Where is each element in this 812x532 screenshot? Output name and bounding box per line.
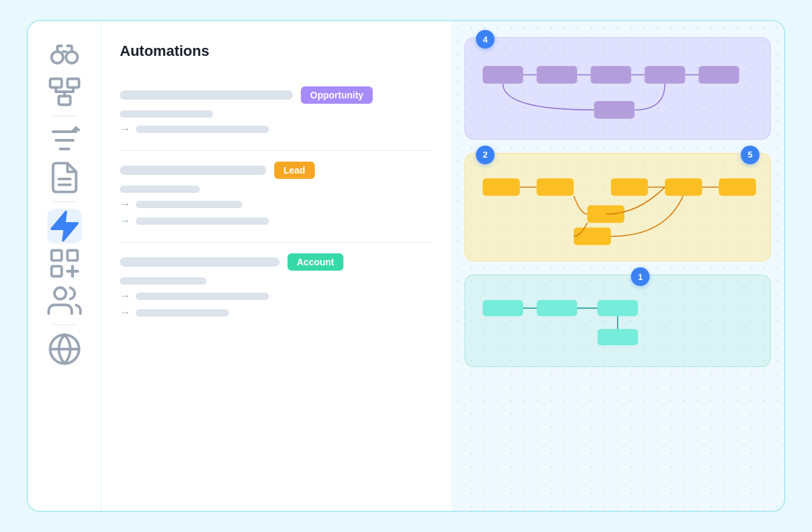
automation-title-bar: [120, 166, 266, 175]
sidebar: [28, 21, 101, 511]
right-panel: 4 2 5: [451, 21, 784, 511]
tag-account[interactable]: Account: [288, 253, 343, 271]
svg-rect-12: [67, 251, 77, 261]
document-icon: [47, 160, 82, 195]
svg-rect-19: [590, 66, 631, 83]
automations-list: Opportunity → Lead →: [120, 76, 433, 495]
flow-card-purple: 4: [465, 37, 771, 140]
svg-rect-33: [574, 227, 611, 245]
svg-point-1: [66, 52, 77, 63]
svg-rect-21: [699, 66, 739, 83]
badge-2: 2: [476, 146, 495, 164]
svg-rect-39: [598, 300, 638, 316]
sidebar-item-globe[interactable]: [47, 332, 82, 366]
svg-rect-11: [51, 251, 61, 261]
sidebar-item-diagram[interactable]: [47, 74, 82, 109]
automation-row-1: →: [120, 290, 433, 302]
arrow-icon: →: [120, 290, 130, 302]
arrow-icon: →: [120, 198, 130, 210]
flow-diagram-teal: [476, 290, 759, 354]
svg-rect-18: [536, 66, 577, 83]
svg-rect-29: [611, 178, 648, 196]
badge-5: 5: [741, 146, 759, 164]
badge-1: 1: [631, 267, 650, 286]
automation-title-bar: [120, 257, 280, 267]
automation-sub-bar: [120, 110, 213, 118]
main-content: Automations Opportunity → Lead: [101, 21, 451, 511]
users-icon: [47, 283, 82, 318]
svg-rect-37: [483, 300, 523, 316]
svg-rect-38: [536, 300, 577, 316]
badge-4: 4: [476, 30, 495, 49]
svg-rect-31: [719, 178, 756, 196]
svg-point-14: [54, 288, 65, 299]
sidebar-divider-3: [53, 325, 77, 325]
row-bar: [136, 217, 269, 225]
row-bar: [136, 293, 269, 300]
automation-section-opportunity: Opportunity →: [120, 76, 433, 151]
automation-section-lead: Lead → →: [120, 151, 433, 243]
globe-icon: [47, 332, 82, 366]
automation-sub-bar: [120, 277, 206, 285]
binoculars-icon: [47, 37, 82, 72]
automation-row-2: →: [120, 307, 433, 319]
row-bar: [136, 309, 229, 317]
flow-card-orange: 2 5: [465, 153, 771, 262]
automation-header-lead: Lead: [120, 162, 433, 179]
lightning-icon: [47, 209, 82, 243]
automation-row-1: →: [120, 198, 433, 210]
svg-rect-28: [536, 178, 574, 196]
svg-marker-10: [51, 211, 77, 240]
automation-header-opportunity: Opportunity: [120, 86, 433, 104]
sidebar-divider-1: [53, 116, 77, 116]
svg-rect-22: [594, 101, 635, 118]
svg-rect-30: [665, 178, 702, 196]
arrow-icon: →: [120, 307, 130, 319]
svg-rect-40: [598, 329, 638, 345]
sidebar-item-filter[interactable]: [47, 123, 82, 158]
svg-rect-17: [483, 66, 523, 83]
settings-icon: [47, 246, 82, 281]
sidebar-item-lightning[interactable]: [47, 209, 82, 243]
automation-row: →: [120, 123, 433, 135]
svg-rect-32: [587, 205, 624, 222]
arrow-icon: →: [120, 215, 130, 227]
flow-diagram-purple: [476, 53, 759, 127]
svg-rect-20: [645, 66, 686, 83]
diagram-icon: [47, 74, 82, 109]
tag-opportunity[interactable]: Opportunity: [301, 86, 373, 104]
flow-card-teal: 1: [465, 275, 771, 366]
row-bar: [136, 126, 269, 133]
svg-point-0: [51, 52, 63, 63]
automation-sub-bar: [120, 186, 200, 193]
svg-rect-13: [51, 266, 61, 276]
filter-icon: [47, 123, 82, 158]
automation-title-bar: [120, 90, 293, 100]
sidebar-divider-2: [53, 201, 77, 202]
sidebar-item-settings[interactable]: [47, 246, 82, 281]
flow-diagram-orange: [476, 168, 759, 249]
tag-lead[interactable]: Lead: [274, 162, 315, 179]
automation-header-account: Account: [120, 253, 433, 271]
sidebar-item-users[interactable]: [47, 283, 82, 318]
sidebar-item-binoculars[interactable]: [47, 37, 82, 72]
automation-section-account: Account → →: [120, 243, 433, 334]
svg-rect-27: [483, 178, 520, 196]
page-title: Automations: [120, 43, 433, 60]
sidebar-item-document[interactable]: [47, 160, 82, 195]
automation-row-2: →: [120, 215, 433, 227]
arrow-icon: →: [120, 123, 130, 135]
app-container: Automations Opportunity → Lead: [27, 20, 785, 512]
row-bar: [136, 201, 242, 208]
